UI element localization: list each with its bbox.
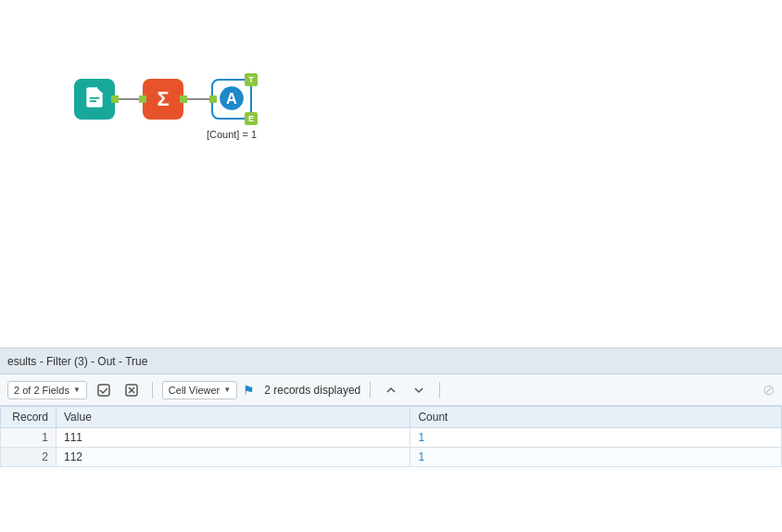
filter-badge-e: E [245, 112, 258, 125]
svg-rect-0 [90, 97, 100, 99]
sum-icon: Σ [157, 87, 169, 111]
col-header-value: Value [57, 407, 410, 428]
x-icon-button[interactable] [120, 379, 143, 401]
cell-viewer-button[interactable]: Cell Viewer ▼ [162, 381, 237, 399]
col-header-count: Count [410, 407, 782, 428]
results-panel: esults - Filter (3) - Out - True 2 of 2 … [0, 348, 782, 532]
cell-viewer-arrow: ▼ [223, 386, 231, 394]
check-icon [97, 384, 110, 397]
scroll-up-button[interactable] [380, 379, 402, 401]
cell-viewer-label: Cell Viewer [169, 385, 220, 396]
fields-dropdown-button[interactable]: 2 of 2 Fields ▼ [7, 381, 87, 399]
chevron-up-icon [385, 384, 397, 397]
svg-text:A: A [226, 89, 237, 106]
no-results-icon: ⊘ [763, 381, 775, 399]
results-toolbar: 2 of 2 Fields ▼ Cell Viewer ▼ ⚑ 2 record… [0, 374, 782, 406]
cell-record: 1 [1, 428, 57, 448]
book-icon [82, 85, 107, 114]
check-icon-button[interactable] [93, 379, 115, 401]
filter-badge-t: T [245, 73, 258, 86]
filter-node-wrapper: T E A [Count] = 1 [211, 79, 252, 120]
cell-value: 111 [57, 428, 410, 448]
cell-count: 1 [410, 428, 782, 448]
scroll-down-button[interactable] [408, 379, 430, 401]
table-header-row: Record Value Count [1, 407, 782, 428]
results-header: esults - Filter (3) - Out - True [0, 348, 782, 374]
filter-label: [Count] = 1 [207, 129, 257, 140]
node-sum-input-dot [139, 95, 146, 103]
col-header-record: Record [1, 407, 57, 428]
fields-label: 2 of 2 Fields [14, 385, 69, 396]
data-table: Record Value Count 1111121121 [0, 406, 782, 467]
node-filter-input-dot [209, 95, 217, 103]
node-filter[interactable]: T E A [211, 79, 252, 120]
canvas-area: Σ T E A [Count] = 1 [0, 0, 782, 348]
connector-2 [183, 98, 211, 100]
chevron-down-icon [412, 384, 425, 397]
table-row: 21121 [1, 448, 782, 467]
workflow-container: Σ T E A [Count] = 1 [74, 79, 252, 120]
toolbar-sep-2 [370, 382, 371, 399]
toolbar-sep-1 [152, 382, 153, 399]
connector1-right-dot [111, 95, 119, 103]
records-count: 2 records displayed [264, 384, 360, 397]
node-book[interactable] [74, 79, 115, 120]
node-sum[interactable]: Σ [143, 79, 183, 120]
x-icon [125, 384, 138, 397]
data-table-container[interactable]: Record Value Count 1111121121 [0, 406, 782, 532]
toolbar-sep-3 [439, 382, 440, 399]
cell-count: 1 [410, 448, 782, 467]
svg-rect-4 [98, 385, 109, 396]
cell-record: 2 [1, 448, 57, 467]
connector2-right-dot [180, 95, 187, 103]
filter-icon: ⚑ [243, 383, 255, 398]
formula-icon: A [219, 85, 245, 114]
svg-rect-1 [90, 100, 97, 102]
results-header-text: esults - Filter (3) - Out - True [7, 355, 147, 368]
table-row: 11111 [1, 428, 782, 448]
cell-value: 112 [57, 448, 410, 467]
fields-dropdown-arrow: ▼ [73, 386, 81, 394]
